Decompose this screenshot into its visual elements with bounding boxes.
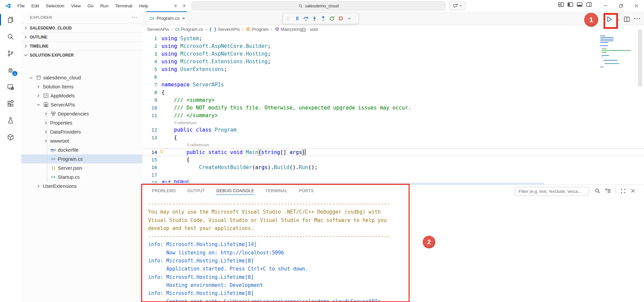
activity-item-testing[interactable] <box>0 112 21 129</box>
tree-item-dataproviders[interactable]: DataProviders <box>21 127 142 136</box>
tree-item-appmodels[interactable]: C#AppModels <box>21 91 142 100</box>
vscode-window: FileEditSelectionViewGoRunTerminalHelp s… <box>0 0 644 302</box>
menu-item-help[interactable]: Help <box>136 2 151 10</box>
tree-item-dockerfile[interactable]: dockerfile <box>21 145 142 154</box>
maximize-panel-icon[interactable] <box>620 188 626 194</box>
tree-item-salesdemo_cloud[interactable]: salesdemo_cloud <box>21 73 142 82</box>
tree-item-server-json[interactable]: {}Server.json <box>21 163 142 172</box>
toggle-primary-sidebar-icon[interactable] <box>567 2 573 7</box>
minimap-line <box>600 37 614 38</box>
editor-more-actions-icon[interactable]: ··· <box>634 15 641 22</box>
section-outline[interactable]: OUTLINE <box>21 32 142 42</box>
split-editor-icon[interactable] <box>623 16 630 23</box>
webproj-icon <box>43 102 49 108</box>
activity-item-search[interactable] <box>0 28 21 45</box>
minimap[interactable] <box>600 35 637 68</box>
minimap-line <box>602 57 602 57</box>
close-panel-icon[interactable] <box>630 188 636 194</box>
forward-icon[interactable] <box>182 3 187 8</box>
restore-button[interactable] <box>613 0 629 11</box>
menu-item-run[interactable]: Run <box>97 2 112 10</box>
section-solution-explorer[interactable]: SOLUTION EXPLORER <box>21 51 142 60</box>
code-line-4: 4using Microsoft.Extensions.Hosting; <box>142 58 644 66</box>
tree-item-serverapis[interactable]: ServerAPIs <box>21 100 142 109</box>
activity-item-extensions[interactable] <box>0 95 21 112</box>
more-actions-icon[interactable]: ··· <box>131 14 138 20</box>
restart-icon[interactable] <box>329 16 335 21</box>
minimap-line <box>602 55 609 56</box>
clear-console-icon[interactable] <box>605 188 611 194</box>
chevron-right-icon <box>23 44 28 49</box>
section-salesdemo-cloud[interactable]: SALESDEMO_CLOUD <box>21 23 142 32</box>
chevron-right-icon <box>43 120 48 126</box>
lightbulb-icon[interactable] <box>159 149 164 154</box>
tree-item-dependencies[interactable]: Dependencies <box>21 109 142 118</box>
step-out-icon[interactable] <box>320 16 326 21</box>
tree-item-properties[interactable]: Properties <box>21 118 142 127</box>
code-line-13: 13 { <box>142 134 644 142</box>
breadcrumb-item[interactable]: { }ServerAPIs <box>209 26 240 32</box>
activity-item-explorer[interactable] <box>0 11 21 28</box>
breadcrumb[interactable]: ServerAPIs›C#Program.cs›{ }ServerAPIs›Pr… <box>142 25 644 33</box>
activity-item-packages[interactable] <box>0 129 21 145</box>
code-editor[interactable]: 1using System;2using Microsoft.AspNetCor… <box>142 33 644 184</box>
menu-item-edit[interactable]: Edit <box>28 2 42 10</box>
code-text: using System; <box>162 35 202 43</box>
command-center-search[interactable]: salesdemo_cloud <box>192 1 445 10</box>
menu-item-selection[interactable]: Selection <box>43 2 68 10</box>
step-into-icon[interactable] <box>312 16 317 21</box>
menu-item-file[interactable]: File <box>14 2 28 10</box>
breadcrumb-item[interactable]: Program <box>246 27 269 32</box>
codelens-references[interactable]: 0 references <box>142 120 644 126</box>
activity-item-run-and-debug[interactable]: 1 <box>0 62 21 78</box>
debug-toolbar <box>283 13 359 24</box>
menu-item-view[interactable]: View <box>68 2 84 10</box>
copilot-button[interactable] <box>449 1 466 10</box>
panel-search-icon[interactable] <box>595 188 601 194</box>
code-line-8: 8{ <box>142 89 644 96</box>
menu-item-go[interactable]: Go <box>85 2 97 10</box>
chevron-spacer <box>43 165 48 171</box>
code-line-1: 1using System; <box>142 35 644 43</box>
vertical-scrollbar[interactable] <box>638 29 642 86</box>
code-text: /// </summary> <box>162 112 218 120</box>
tree-item-startup-cs[interactable]: C#Startup.cs <box>21 172 142 181</box>
stop-icon[interactable] <box>338 16 343 21</box>
breadcrumb-label: Main(string[]) : void <box>281 27 318 32</box>
breadcrumb-item[interactable]: Main(string[]) : void <box>275 27 318 32</box>
window-controls <box>598 0 644 11</box>
step-over-icon[interactable] <box>303 16 309 21</box>
customize-layout-icon[interactable] <box>558 2 564 7</box>
minimap-line <box>602 49 607 49</box>
console-filter-input[interactable] <box>515 187 589 196</box>
back-icon[interactable] <box>173 3 178 8</box>
minimize-button[interactable] <box>598 0 613 11</box>
breadcrumb-item[interactable]: C#Program.cs <box>175 27 203 32</box>
tab-program-cs[interactable]: C# Program.cs ✕ <box>146 11 187 24</box>
tree-item-solution items[interactable]: Solution Items <box>21 82 142 91</box>
tree-item-program-cs[interactable]: C#Program.cs <box>21 154 142 163</box>
activity-item-remote-explorer[interactable] <box>0 78 21 95</box>
minimap-line <box>603 60 618 61</box>
toggle-panel-icon[interactable] <box>576 2 583 7</box>
section-label: SOLUTION EXPLORER <box>30 53 74 58</box>
line-number: 14 <box>142 149 157 156</box>
code-text: CreateHostBuilder(args).Build().Run(); <box>162 164 318 171</box>
tree-item-userextensions[interactable]: UserExtensions <box>21 181 142 191</box>
chevron-down-icon <box>28 75 34 80</box>
tree-item-label: Solution Items <box>43 84 74 89</box>
drag-grip-icon <box>286 16 291 21</box>
menu-item-terminal[interactable]: Terminal <box>112 2 135 10</box>
breadcrumb-item[interactable]: ServerAPIs <box>147 27 169 32</box>
chevron-down-icon[interactable] <box>346 16 352 21</box>
codelens-references[interactable]: 0 references <box>142 142 644 148</box>
toggle-secondary-sidebar-icon[interactable] <box>586 2 592 7</box>
tree-item-wwwroot[interactable]: wwwroot <box>21 136 142 145</box>
section-timeline[interactable]: TIMELINE <box>21 42 142 51</box>
close-button[interactable] <box>629 0 644 11</box>
pause-icon[interactable] <box>294 16 300 21</box>
filter-input[interactable] <box>518 188 588 194</box>
close-tab-icon[interactable]: ✕ <box>182 16 185 21</box>
activity-item-source-control[interactable] <box>0 45 21 62</box>
editor-area[interactable]: C# Program.cs ✕ ServerAPIs›C#Program.cs›… <box>142 11 644 184</box>
